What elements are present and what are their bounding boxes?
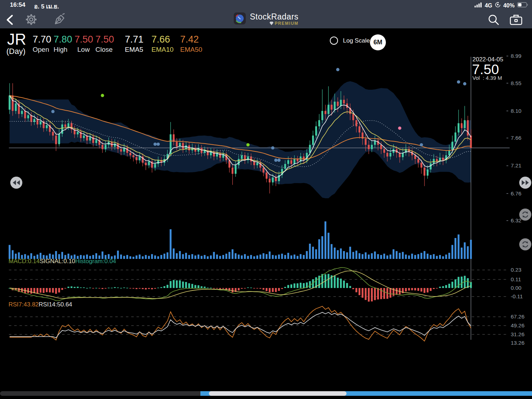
- top-bar: 16:54 อ. 5 เม.ย. 4G 40%: [0, 0, 532, 28]
- signal-marker-dot: [271, 146, 275, 149]
- fast-forward-icon: [521, 180, 529, 185]
- svg-text:0.23: 0.23: [511, 267, 521, 273]
- svg-text:8.99: 8.99: [511, 53, 521, 59]
- sync-button-upper[interactable]: [519, 209, 531, 221]
- search-icon: [487, 13, 500, 26]
- svg-text:6.76: 6.76: [511, 190, 521, 196]
- histogram-value: Histogram:0.04: [75, 258, 116, 265]
- signal-marker-dot: [463, 82, 466, 85]
- signal-marker-dot: [277, 159, 281, 162]
- ema5-label: EMA5: [125, 46, 144, 54]
- status-date: อ. 5 เม.ย.: [34, 1, 59, 11]
- rsi14-value: RSI14:50.64: [39, 301, 72, 308]
- sync-loop-icon: [521, 211, 529, 218]
- signal-marker-dot: [457, 80, 460, 83]
- quote-field-high: 7.80 High: [54, 34, 72, 54]
- quote-field-close: 7.50 Close: [95, 34, 114, 54]
- rotation-lock-icon: [495, 2, 501, 9]
- app-logo: StockRadars PREMIUM: [0, 12, 532, 26]
- log-scale-toggle[interactable]: Log Scale: [330, 37, 370, 45]
- svg-text:49.26: 49.26: [511, 322, 525, 328]
- macd-value: MACD:0.14: [9, 258, 40, 265]
- open-label: Open: [33, 46, 51, 54]
- ema5-value: 7.71: [125, 34, 144, 45]
- app-title: StockRadars: [250, 12, 298, 21]
- svg-text:13.26: 13.26: [511, 340, 525, 346]
- signal-marker-dot: [336, 68, 339, 71]
- svg-text:0.00: 0.00: [511, 285, 522, 291]
- svg-text:7.66: 7.66: [511, 135, 521, 141]
- bollinger-cloud: [10, 81, 471, 198]
- quote-field-low: 7.50 Low: [74, 34, 93, 54]
- ema50-value: 7.42: [180, 34, 202, 45]
- rewind-button[interactable]: [10, 177, 22, 189]
- timeframe-label: (Day): [6, 47, 26, 56]
- high-label: High: [54, 46, 72, 54]
- svg-text:8.55: 8.55: [511, 80, 521, 86]
- signal-marker-dot: [274, 159, 277, 162]
- svg-text:6.32: 6.32: [511, 217, 521, 223]
- scrollbar-thumb[interactable]: [209, 391, 347, 396]
- sync-button-lower[interactable]: [519, 238, 531, 250]
- search-button[interactable]: [487, 13, 500, 28]
- signal-marker-dot: [101, 94, 104, 97]
- svg-text:7.21: 7.21: [511, 162, 521, 168]
- crosshair-volume: Vol : 4.39 M: [472, 75, 502, 81]
- signal-strength-icon: [475, 2, 482, 9]
- rsi-value-labels: RSI7:43.82RSI14:50.64: [9, 301, 72, 308]
- quote-field-ema50: 7.42 EMA50: [180, 34, 202, 54]
- low-label: Low: [77, 46, 93, 54]
- macd-value-labels: MACD:0.14SIGNAL:0.10Histogram:0.04: [9, 258, 116, 265]
- ema50-label: EMA50: [180, 46, 202, 54]
- ema10-value: 7.66: [151, 34, 173, 45]
- status-time: 16:54: [10, 1, 25, 9]
- svg-text:0.11: 0.11: [511, 276, 521, 282]
- fast-forward-button[interactable]: [519, 177, 531, 189]
- briefcase-icon: [509, 12, 523, 27]
- range-button[interactable]: 6M: [370, 34, 386, 50]
- signal-marker-dot: [156, 143, 160, 146]
- signal-marker-dot: [154, 143, 157, 146]
- premium-diamond-icon: [270, 22, 273, 25]
- app-subtitle: PREMIUM: [275, 21, 298, 26]
- log-scale-radio[interactable]: [330, 37, 338, 45]
- chart-canvas[interactable]: 8.998.558.107.667.216.766.320.230.110.00…: [0, 0, 532, 399]
- signal-value: SIGNAL:0.10: [40, 258, 75, 265]
- signal-marker-dot: [51, 110, 55, 113]
- quote-field-ema10: 7.66 EMA10: [151, 34, 173, 54]
- svg-text:-0.11: -0.11: [511, 293, 523, 299]
- low-value: 7.50: [74, 34, 93, 45]
- high-value: 7.80: [54, 34, 72, 45]
- signal-marker-dot: [246, 143, 250, 146]
- close-value: 7.50: [95, 34, 114, 45]
- svg-text:67.26: 67.26: [511, 314, 525, 320]
- battery-label: 40%: [503, 2, 515, 9]
- rewind-icon: [12, 180, 20, 185]
- signal-marker-dot: [420, 143, 423, 146]
- rsi7-value: RSI7:43.82: [9, 301, 39, 308]
- quote-field-open: 7.70 Open: [33, 34, 51, 54]
- radar-globe-icon: [233, 12, 246, 26]
- symbol-title: JR: [7, 31, 26, 48]
- portfolio-button[interactable]: [509, 12, 523, 28]
- battery-icon: [517, 2, 528, 9]
- network-label: 4G: [485, 2, 492, 9]
- sync-loop-icon: [521, 240, 529, 248]
- open-value: 7.70: [33, 34, 51, 45]
- signal-marker-dot: [398, 127, 401, 130]
- svg-text:31.26: 31.26: [511, 331, 525, 337]
- ema10-label: EMA10: [151, 46, 173, 54]
- close-label: Close: [95, 46, 114, 54]
- quote-field-ema5: 7.71 EMA5: [125, 34, 144, 54]
- log-scale-label: Log Scale: [343, 37, 370, 44]
- svg-text:8.10: 8.10: [511, 108, 522, 114]
